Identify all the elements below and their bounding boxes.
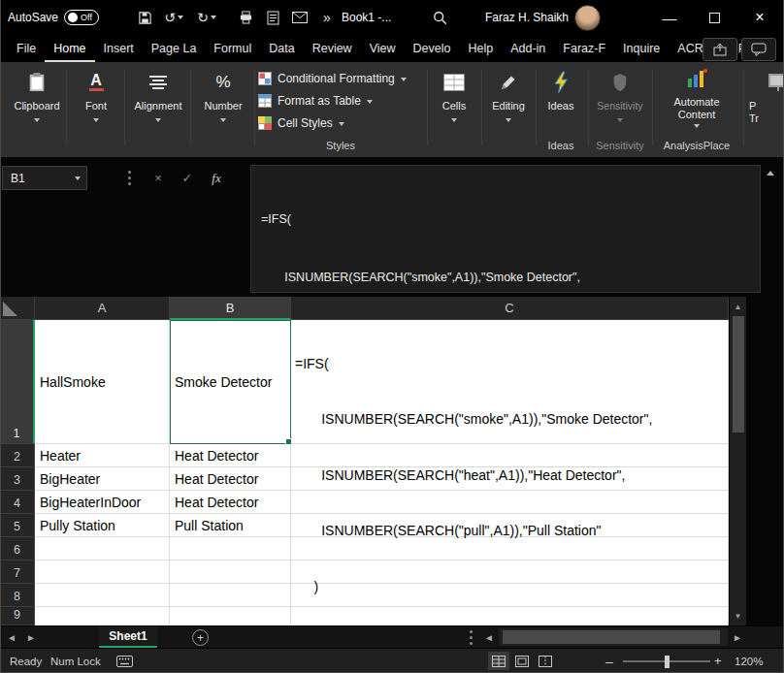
tab-inquire[interactable]: Inquire [614,35,669,62]
view-normal-button[interactable] [488,652,509,670]
tab-help[interactable]: Help [459,35,502,62]
tab-addins[interactable]: Add-in [502,35,554,62]
scroll-down-icon[interactable]: ▼ [730,608,746,624]
zoom-level[interactable]: 120% [735,649,763,673]
cell-B3[interactable]: Heat Detector [170,467,290,490]
row-header-1[interactable]: 1 [0,320,35,444]
cell-A4[interactable]: BigHeaterInDoor [35,491,169,513]
tab-developer[interactable]: Develo [405,35,460,62]
insert-function-button[interactable]: fx [204,166,229,190]
zoom-slider-thumb[interactable] [665,656,670,668]
tab-formulas[interactable]: Formul [205,35,260,62]
formula-bar-input[interactable]: =IFS( ISNUMBER(SEARCH("smoke",A1)),"Smok… [250,165,761,293]
row-header-4[interactable]: 4 [0,491,35,514]
maximize-button[interactable] [693,0,735,35]
view-page-layout-button[interactable] [511,652,533,670]
quick-print-button[interactable] [233,0,258,35]
zoom-in-button[interactable]: + [714,649,722,673]
horizontal-scrollbar[interactable] [499,628,728,646]
tab-page-layout[interactable]: Page La [143,35,206,62]
horizontal-scrollbar-thumb[interactable] [503,630,720,644]
formula-bar-scroll[interactable] [763,165,777,293]
group-divider [254,70,255,145]
font-group-button[interactable]: A Font [72,62,120,122]
cell-B4[interactable]: Heat Detector [170,491,290,513]
group-divider [652,70,653,145]
name-box[interactable]: B1 [2,166,87,190]
minimize-button[interactable]: — [648,0,691,35]
sensitivity-button[interactable]: Sensitivity [592,62,648,122]
editing-group-button[interactable]: Editing [485,62,532,122]
column-header-A[interactable]: A [35,297,170,320]
number-group-button[interactable]: % Number [196,62,250,122]
comments-button[interactable] [741,38,776,61]
formula-line: =IFS( [261,209,750,229]
clipboard-group-button[interactable]: Clipboard [12,62,62,122]
clipped-group-button[interactable]: P Tr [749,62,784,125]
user-name[interactable]: Faraz H. Shaikh [485,0,569,35]
sheet-tab-sheet1[interactable]: Sheet1 [99,626,157,648]
redo-button[interactable]: ↻ [192,0,221,35]
document-button[interactable] [260,0,285,35]
row-header-7[interactable]: 7 [0,561,35,584]
select-all-corner[interactable] [0,297,35,320]
view-page-break-button[interactable] [535,652,556,670]
tab-home[interactable]: Home [45,35,94,62]
cell-A2[interactable]: Heater [35,444,169,466]
tab-faraz[interactable]: Faraz-F [554,35,614,62]
row-header-8[interactable]: 8 [0,584,35,607]
row-header-9[interactable]: 9 [0,607,35,625]
undo-button[interactable]: ↺ [159,0,188,35]
tab-view[interactable]: View [361,35,405,62]
sheet-nav-left-icon[interactable]: ◄ [2,626,21,648]
share-button[interactable] [702,38,737,61]
hscroll-right-icon[interactable]: ► [730,626,745,648]
column-header-C[interactable]: C [291,297,729,320]
vertical-scrollbar[interactable]: ▲ ▼ [729,297,746,625]
sheet-nav-right-icon[interactable]: ► [21,626,41,648]
ideas-button[interactable]: Ideas [539,62,582,112]
enter-button[interactable]: ✓ [175,166,200,190]
tab-insert[interactable]: Insert [95,35,143,62]
format-as-table-button[interactable]: Format as Table [258,90,423,111]
vertical-scrollbar-thumb[interactable] [733,316,744,433]
sheet-canvas[interactable]: A B C 1 2 3 4 5 6 7 8 9 HallSmoke Smoke … [0,297,729,625]
tab-data[interactable]: Data [260,35,303,62]
formula-bar-drag-handle[interactable] [116,166,142,190]
tab-review[interactable]: Review [304,35,361,62]
zoom-out-button[interactable]: – [605,649,613,673]
conditional-formatting-button[interactable]: Conditional Formatting [258,68,423,88]
tab-file[interactable]: File [8,35,45,62]
cell-B5[interactable]: Pull Station [170,514,290,536]
cell-A3[interactable]: BigHeater [35,467,169,490]
scroll-up-icon[interactable]: ▲ [730,299,746,314]
new-sheet-button[interactable]: + [192,629,209,646]
autosave-toggle[interactable]: AutoSave Off [8,0,99,35]
save-button[interactable] [132,0,157,35]
search-button[interactable] [427,0,452,35]
drag-dots-icon [470,636,473,639]
cell-B2[interactable]: Heat Detector [170,444,290,466]
close-button[interactable]: × [737,0,782,35]
tab-scrollbar-splitter[interactable] [464,626,477,648]
cell-A1[interactable]: HallSmoke [35,320,169,444]
cell-styles-button[interactable]: Cell Styles [258,112,423,133]
cells-group-button[interactable]: Cells [431,62,477,122]
row-header-6[interactable]: 6 [0,537,35,561]
cell-C1[interactable]: =IFS( ISNUMBER(SEARCH("smoke",A1)),"Smok… [291,320,728,444]
row-header-3[interactable]: 3 [0,467,35,491]
email-button[interactable] [287,0,312,35]
hscroll-left-icon[interactable]: ◄ [481,626,497,648]
undo-icon: ↺ [164,10,176,25]
cell-B1[interactable]: Smoke Detector [170,320,290,444]
column-header-B[interactable]: B [170,297,291,320]
alignment-group-button[interactable]: Alignment [130,62,186,122]
row-header-2[interactable]: 2 [0,444,35,467]
cell-A5[interactable]: Pully Station [35,514,169,536]
qat-overflow-button[interactable]: » [314,0,340,35]
avatar[interactable] [574,5,601,31]
cancel-button[interactable]: × [146,166,171,190]
automate-content-button[interactable]: Automate Content [656,62,737,128]
chevron-down-icon [178,16,183,19]
row-header-5[interactable]: 5 [0,514,35,537]
